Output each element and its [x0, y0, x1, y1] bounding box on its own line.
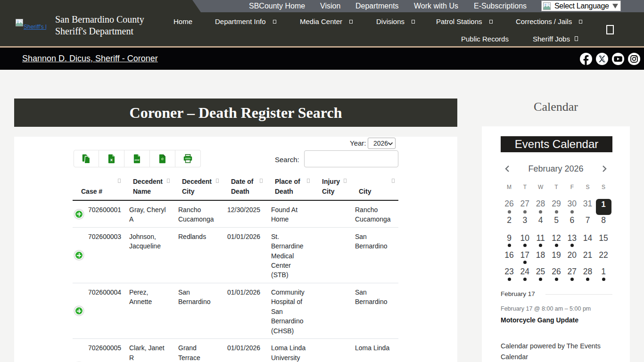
- svg-text:csv: csv: [134, 158, 140, 161]
- svg-text:x: x: [110, 156, 113, 162]
